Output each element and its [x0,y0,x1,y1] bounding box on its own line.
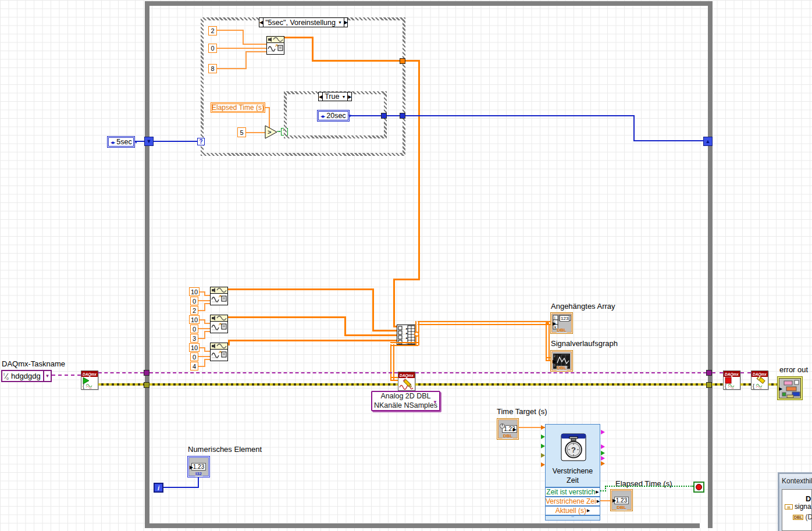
wire-task[interactable] [52,375,81,376]
wire[interactable] [204,359,205,367]
wire[interactable] [243,30,244,45]
simulate-signal-node[interactable] [210,287,228,305]
case-next-icon[interactable]: ▶ [344,18,348,27]
daqmx-clear-task-node[interactable]: DAQmx { [751,370,768,390]
wire-error[interactable] [712,383,723,386]
daqmx-write-node[interactable]: DAQmx [398,372,415,391]
wire-error[interactable] [149,383,398,386]
wire[interactable] [284,37,314,38]
wire-boolean[interactable] [605,486,606,491]
case-next-icon[interactable]: ▶ [347,92,351,101]
numeric-constant[interactable]: 0 [190,297,198,305]
wire[interactable] [198,356,210,357]
loop-condition-terminal[interactable] [693,482,704,493]
wire-2d[interactable] [418,321,549,325]
express-output-elapsed-bool[interactable]: Zeit ist verstrich ▶ [545,487,600,497]
daqmx-taskname-control[interactable]: Io hdgdgdg ▼ [1,370,52,382]
wire-error[interactable] [98,383,144,386]
elapsed-time-indicator[interactable]: ▶ 1.23 DBL [610,489,633,511]
elapsed-time-express-vi[interactable]: ? Verstrichene Zeit [545,424,600,487]
case-prev-icon[interactable]: ◀ [319,92,323,101]
tunnel-enum-inner[interactable] [381,113,387,119]
case-dropdown-icon[interactable]: ▼ [341,95,346,99]
wire-error[interactable] [740,383,751,386]
wire[interactable] [198,328,210,329]
numeric-constant[interactable]: 0 [190,352,198,361]
shift-register-right[interactable]: ▲ [703,137,713,146]
simulate-signal-node[interactable] [210,343,228,361]
case-inner-selector-label[interactable]: ◀ True▼ ▶ [318,92,352,101]
wire[interactable] [204,295,210,296]
wire[interactable] [344,334,398,336]
wire[interactable] [246,132,267,133]
numeric-constant-0[interactable]: 0 [208,44,217,53]
wire[interactable] [204,303,210,304]
shift-register-left[interactable]: ▼ [144,137,154,146]
numeric-constant[interactable]: 10 [189,287,200,296]
wire-enum[interactable] [154,141,197,142]
wire[interactable] [228,340,398,341]
express-output-present[interactable]: Aktuell (s) ▶ [545,506,600,515]
numeric-constant[interactable]: 4 [190,362,198,370]
enum-constant-20sec[interactable]: ◀▶20sec▼ [317,110,350,122]
wire-enum[interactable] [633,140,704,141]
wire[interactable] [228,340,230,345]
numeric-constant-5[interactable]: 5 [237,127,246,137]
numeric-constant[interactable]: 3 [190,334,198,343]
wire[interactable] [204,331,205,339]
numeric-element-indicator[interactable]: ▶ 1.23 I32 [187,456,210,477]
wire-boolean[interactable] [605,486,693,487]
numeric-constant-2[interactable]: 2 [208,26,217,35]
wire-task[interactable] [740,372,751,373]
numeric-constant[interactable]: 10 [189,343,200,352]
wire[interactable] [198,300,210,301]
wire-2d[interactable] [390,342,418,346]
error-out-indicator[interactable]: ▶ [777,376,803,400]
expand-chevron-icon[interactable]: ˆˆ [571,517,574,519]
enum-constant-5sec[interactable]: ◀▶5sec▼ [107,136,135,148]
wire[interactable] [204,331,210,332]
wire[interactable] [245,51,247,69]
enum-incdec-icon[interactable]: ◀▶ [320,114,325,118]
simulate-signal-node[interactable] [210,315,228,333]
wire[interactable] [243,44,266,45]
daqmx-start-task-node[interactable]: DAQmx { [81,370,98,390]
tunnel-enum-outer[interactable] [400,113,405,119]
numeric-constant[interactable]: 10 [189,315,200,324]
wire-enum[interactable] [405,115,635,116]
daqmx-write-selector[interactable]: Analog 2D DBL NKanäle NSamples ▼ [371,391,440,411]
wire-i32[interactable] [198,477,199,488]
wire-error[interactable] [415,383,707,386]
wire[interactable] [204,323,210,324]
wire[interactable] [217,48,266,49]
wire[interactable] [372,288,374,332]
time-target-control[interactable]: 1.23 ▶ DBL [497,418,519,440]
wire[interactable] [245,51,266,52]
wire-2d[interactable] [546,324,550,361]
tunnel-waveform[interactable] [400,58,405,64]
express-expand-strip[interactable]: ˆˆ [545,515,600,521]
wire-2d[interactable] [390,344,394,380]
context-help-titlebar[interactable]: Kontexthilf [779,474,812,488]
enum-incdec-icon[interactable]: ◀▶ [111,140,115,144]
greater-than-node[interactable]: > [265,125,279,139]
tunnel-error-left[interactable] [144,382,149,388]
wire-i32[interactable] [163,487,199,488]
selector-dropdown-icon[interactable]: ▼ [433,400,437,405]
wire[interactable] [204,303,205,311]
express-output-elapsed-time[interactable]: Verstrichene Zei ▶ [545,497,600,506]
wire-enum[interactable] [350,115,382,116]
wire-error[interactable] [768,383,778,386]
wire[interactable] [228,316,346,318]
wire[interactable] [372,330,398,332]
case-dropdown-icon[interactable]: ▼ [338,20,342,24]
wire[interactable] [204,359,210,360]
daqmx-stop-task-node[interactable]: DAQmx { [723,370,740,390]
numeric-constant[interactable]: 0 [190,325,198,333]
taskname-dropdown-icon[interactable]: ▼ [43,371,51,381]
wire[interactable] [312,37,314,62]
wire-enum[interactable] [135,141,144,142]
case-outer-selector-label[interactable]: ◀ "5sec", Voreinstellung▼ ▶ [259,17,348,27]
wire[interactable] [204,351,210,352]
wire-task[interactable] [149,372,398,373]
